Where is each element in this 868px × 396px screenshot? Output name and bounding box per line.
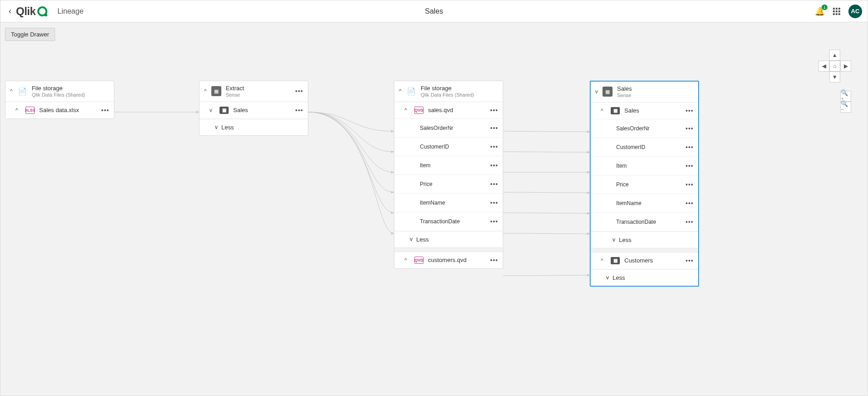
node-title: File storage	[32, 85, 85, 92]
node-subtitle: Qlik Data Files (Shared)	[32, 92, 85, 98]
top-bar: ‹ Qlik Lineage Sales 🔔1 AC	[0, 0, 868, 22]
more-icon[interactable]: •••	[490, 143, 498, 150]
zoom-out-button[interactable]: 🔍⁻	[840, 102, 851, 113]
table-item-customers[interactable]: ^ ▦ Customers •••	[591, 252, 698, 269]
node-divider	[591, 248, 698, 252]
chevron-up-icon[interactable]: ^	[404, 107, 410, 113]
more-icon[interactable]: •••	[685, 144, 694, 151]
collapse-less[interactable]: v Less	[394, 231, 503, 247]
node-filestorage-2[interactable]: ^ 📄 File storage Qlik Data Files (Shared…	[394, 81, 503, 269]
toggle-drawer-button[interactable]: Toggle Drawer	[5, 28, 55, 41]
chevron-up-icon[interactable]: ^	[15, 107, 21, 113]
breadcrumb[interactable]: Lineage	[57, 7, 83, 15]
item-label: Sales	[233, 107, 248, 113]
chevron-up-icon[interactable]: ^	[399, 88, 402, 94]
field-row[interactable]: Item•••	[591, 157, 698, 175]
more-icon[interactable]: •••	[490, 162, 498, 169]
file-item-xlsx[interactable]: ^ XLSX Sales data.xlsx •••	[5, 102, 114, 118]
field-row[interactable]: Price•••	[394, 175, 503, 194]
field-row[interactable]: CustomerID•••	[394, 138, 503, 156]
more-icon[interactable]: •••	[490, 257, 498, 264]
more-icon[interactable]: •••	[490, 124, 498, 132]
field-row[interactable]: ItemName•••	[394, 194, 503, 212]
file-item-salesqvd[interactable]: ^ QVD sales.qvd •••	[394, 102, 503, 119]
node-header[interactable]: ^ 📄 File storage Qlik Data Files (Shared…	[394, 81, 503, 102]
more-icon[interactable]: •••	[490, 107, 498, 114]
more-icon[interactable]: •••	[685, 200, 694, 207]
node-divider	[394, 247, 503, 252]
chevron-down-icon[interactable]: v	[595, 88, 598, 95]
more-icon[interactable]: •••	[101, 107, 109, 114]
more-icon[interactable]: •••	[685, 107, 694, 114]
node-title: File storage	[421, 85, 474, 92]
field-row[interactable]: Item•••	[394, 156, 503, 175]
app-icon: ▦	[211, 86, 221, 96]
more-icon[interactable]: •••	[490, 199, 498, 206]
app-icon: ▦	[602, 87, 613, 97]
more-icon[interactable]: •••	[295, 107, 303, 114]
item-label: Sales data.xlsx	[39, 107, 79, 113]
collapse-less[interactable]: v Less	[591, 231, 698, 248]
field-row[interactable]: CustomerID•••	[591, 138, 698, 157]
table-icon: ▦	[611, 257, 620, 264]
chevron-up-icon[interactable]: ^	[204, 88, 207, 94]
collapse-less[interactable]: v Less	[591, 269, 698, 286]
node-subtitle: Sense	[226, 92, 244, 98]
chevron-up-icon[interactable]: ^	[601, 257, 606, 264]
field-row[interactable]: SalesOrderNr•••	[394, 119, 503, 138]
avatar[interactable]: AC	[848, 5, 862, 18]
node-header[interactable]: ^ ▦ Extract Sense •••	[199, 81, 308, 102]
notification-bell-icon[interactable]: 🔔1	[815, 6, 825, 16]
more-icon[interactable]: •••	[685, 181, 694, 188]
table-icon: ▦	[611, 107, 620, 114]
item-label: sales.qvd	[428, 107, 453, 113]
back-icon[interactable]: ‹	[6, 5, 14, 18]
more-icon[interactable]: •••	[490, 218, 498, 225]
node-filestorage-1[interactable]: ^ 📄 File storage Qlik Data Files (Shared…	[5, 81, 114, 119]
table-item-sales[interactable]: v ▦ Sales •••	[199, 102, 308, 119]
more-icon[interactable]: •••	[490, 180, 498, 188]
pan-down-button[interactable]: ▼	[829, 72, 840, 82]
chevron-down-icon[interactable]: v	[209, 107, 215, 113]
file-item-customersqvd[interactable]: ^ QVD customers.qvd •••	[394, 252, 503, 268]
field-row[interactable]: TransactionDate•••	[394, 212, 503, 231]
node-subtitle: Qlik Data Files (Shared)	[421, 92, 474, 98]
chevron-up-icon[interactable]: ^	[10, 88, 13, 94]
pan-left-button[interactable]: ◀	[818, 61, 829, 72]
file-icon: 📄	[406, 86, 416, 96]
field-row[interactable]: TransactionDate•••	[591, 213, 698, 231]
file-icon: 📄	[17, 86, 27, 96]
qlik-logo[interactable]: Qlik	[16, 5, 47, 18]
node-title: Extract	[226, 85, 244, 92]
node-header[interactable]: v ▦ Sales Sense	[591, 82, 698, 103]
pan-home-button[interactable]: ⌂	[829, 61, 840, 72]
table-item-sales[interactable]: ^ ▦ Sales •••	[591, 103, 698, 119]
more-icon[interactable]: •••	[295, 87, 303, 95]
pan-control: ▲ ◀ ⌂ ▶ ▼	[818, 50, 851, 82]
item-label: Customers	[624, 257, 653, 264]
chevron-down-icon: v	[613, 237, 615, 243]
field-row[interactable]: ItemName•••	[591, 194, 698, 213]
pan-right-button[interactable]: ▶	[840, 61, 851, 72]
node-sales-app[interactable]: v ▦ Sales Sense ^ ▦ Sales ••• SalesOrder…	[590, 81, 699, 287]
chevron-up-icon[interactable]: ^	[404, 257, 410, 263]
node-header[interactable]: ^ 📄 File storage Qlik Data Files (Shared…	[5, 81, 114, 102]
qvd-icon: QVD	[414, 257, 424, 264]
chevron-up-icon[interactable]: ^	[601, 108, 606, 114]
field-row[interactable]: SalesOrderNr•••	[591, 119, 698, 138]
node-subtitle: Sense	[617, 93, 632, 98]
more-icon[interactable]: •••	[685, 162, 694, 170]
more-icon[interactable]: •••	[685, 257, 694, 264]
collapse-less[interactable]: v Less	[199, 119, 308, 135]
notification-badge: 1	[822, 5, 827, 10]
qvd-icon: QVD	[414, 107, 424, 114]
zoom-control: 🔍⁺ 🔍⁻	[840, 91, 851, 113]
more-icon[interactable]: •••	[685, 125, 694, 132]
table-icon: ▦	[220, 107, 229, 114]
pan-up-button[interactable]: ▲	[829, 50, 840, 61]
more-icon[interactable]: •••	[685, 218, 694, 226]
lineage-canvas[interactable]: Toggle Drawer ▲ ◀ ⌂ ▶ ▼ 🔍⁺ 🔍⁻	[0, 22, 868, 396]
field-row[interactable]: Price•••	[591, 175, 698, 194]
node-extract[interactable]: ^ ▦ Extract Sense ••• v ▦ Sales ••• v Le…	[199, 81, 308, 136]
app-launcher-icon[interactable]	[833, 8, 840, 15]
